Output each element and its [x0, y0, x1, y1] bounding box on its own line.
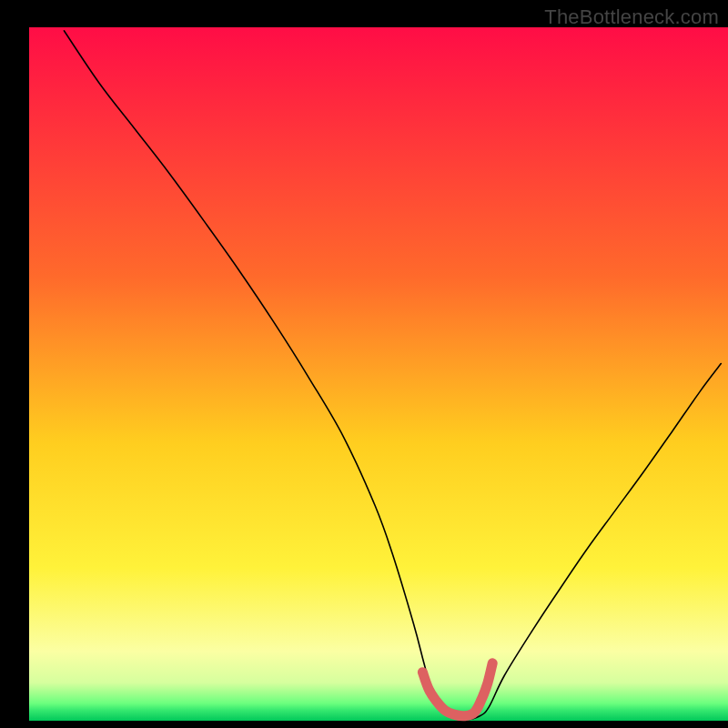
- gradient-plot-area: [29, 27, 728, 721]
- chart-frame: TheBottleneck.com: [0, 0, 728, 728]
- bottleneck-curve-chart: [0, 0, 728, 728]
- watermark-text: TheBottleneck.com: [544, 5, 719, 29]
